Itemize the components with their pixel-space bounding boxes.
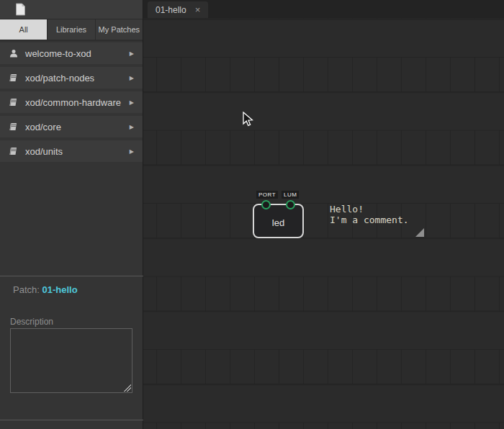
browser-item-xod-units[interactable]: xod/units ▶ <box>0 140 143 162</box>
comment-node[interactable]: Hello! I'm a comment. <box>330 204 425 255</box>
book-icon <box>9 122 18 131</box>
patch-canvas[interactable]: PORT LUM led Hello! I'm a comment. <box>143 18 504 429</box>
book-icon <box>9 73 18 82</box>
browser-item-xod-common-hardware[interactable]: xod/common-hardware ▶ <box>0 91 143 113</box>
browser-item-welcome-to-xod[interactable]: welcome-to-xod ▶ <box>0 42 143 64</box>
tab-libraries[interactable]: Libraries <box>48 19 94 40</box>
patch-info-line: Patch: 01-hello <box>13 284 78 295</box>
chevron-right-icon[interactable]: ▶ <box>130 99 134 106</box>
browser-item-label: xod/units <box>25 146 63 157</box>
browser-item-label: xod/patch-nodes <box>25 73 94 83</box>
pin-label-port: PORT <box>256 191 278 199</box>
browser-item-label: xod/common-hardware <box>25 97 121 108</box>
editor-tabbar: 01-hello × <box>143 0 504 18</box>
chevron-right-icon[interactable]: ▶ <box>130 50 134 57</box>
pin-port[interactable] <box>261 200 271 209</box>
patch-name-link[interactable]: 01-hello <box>42 284 77 295</box>
editor-tab-label: 01-hello <box>156 5 186 15</box>
sidebar: All Libraries My Patches welcome-to-xod … <box>0 0 143 429</box>
canvas-grid <box>143 18 504 429</box>
chevron-right-icon[interactable]: ▶ <box>130 148 134 155</box>
chevron-right-icon[interactable]: ▶ <box>130 124 134 130</box>
book-icon <box>9 147 18 155</box>
chevron-right-icon[interactable]: ▶ <box>130 75 134 81</box>
browser-item-xod-patch-nodes[interactable]: xod/patch-nodes ▶ <box>0 67 143 89</box>
comment-resize-handle-icon[interactable] <box>415 228 424 237</box>
tab-my-patches[interactable]: My Patches <box>96 19 143 40</box>
description-input[interactable] <box>10 328 132 393</box>
user-icon <box>9 49 18 58</box>
editor-tab-01-hello[interactable]: 01-hello × <box>148 1 208 18</box>
pin-lum[interactable] <box>286 200 295 209</box>
comment-line: I'm a comment. <box>330 215 425 226</box>
tab-close-icon[interactable]: × <box>195 5 201 14</box>
node-label: led <box>254 217 302 228</box>
comment-line: Hello! <box>330 204 425 215</box>
project-browser-list: welcome-to-xod ▶ xod/patch-nodes ▶ <box>0 41 143 162</box>
patch-label: Patch: <box>13 284 40 295</box>
editor-area: 01-hello × PORT LUM led Hello! I'm a com… <box>143 0 504 429</box>
sidebar-divider-bottom <box>0 420 143 420</box>
pin-label-lum: LUM <box>282 191 299 199</box>
browser-item-xod-core[interactable]: xod/core ▶ <box>0 116 143 137</box>
file-icon <box>15 3 26 16</box>
browser-filter-tabs: All Libraries My Patches <box>0 19 143 41</box>
sidebar-toolbar <box>0 0 143 19</box>
book-icon <box>9 98 18 107</box>
browser-item-label: welcome-to-xod <box>25 48 91 59</box>
sidebar-divider-top <box>0 276 143 276</box>
browser-item-label: xod/core <box>25 122 61 132</box>
new-patch-button[interactable] <box>15 3 26 16</box>
node-led[interactable]: PORT LUM led <box>253 204 304 238</box>
tab-all[interactable]: All <box>0 19 47 40</box>
textarea-resize-handle-icon[interactable] <box>124 384 131 392</box>
description-label: Description <box>10 317 53 327</box>
